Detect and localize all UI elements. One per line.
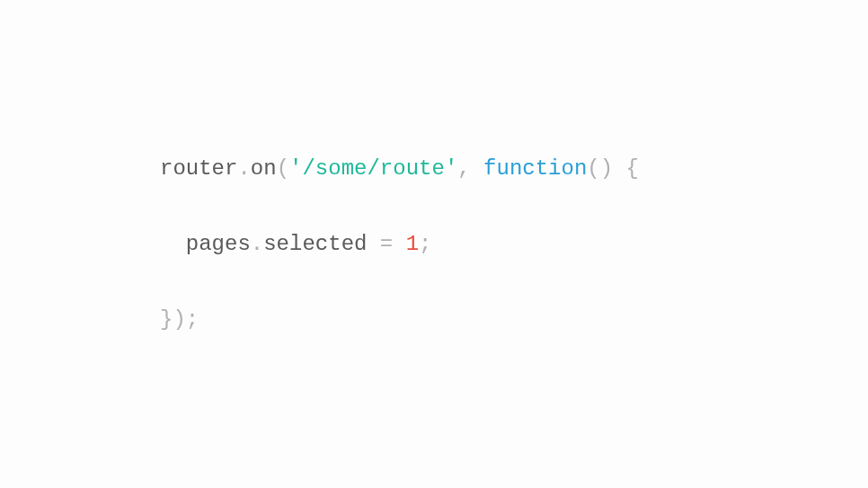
token-semicolon: ; (186, 307, 199, 332)
token-object: router (160, 156, 237, 181)
token-parens: () (587, 156, 613, 181)
token-dot: . (251, 232, 263, 256)
token-number: 1 (406, 232, 419, 256)
code-line-2: pages.selected = 1; (160, 226, 639, 263)
code-line-3: }); (160, 301, 639, 339)
token-property: selected (263, 232, 367, 256)
token-dot: . (237, 156, 250, 181)
token-method: on (251, 156, 277, 181)
token-assign: = (367, 232, 405, 256)
token-keyword: function (483, 156, 587, 181)
token-semicolon: ; (419, 232, 431, 256)
token-object: pages (186, 232, 251, 256)
token-paren-close: ) (173, 307, 185, 332)
token-string: '/some/route' (289, 156, 457, 181)
token-brace-open: { (613, 156, 639, 181)
code-line-1: router.on('/some/route', function() { (160, 150, 639, 188)
code-snippet: router.on('/some/route', function() { pa… (0, 112, 639, 377)
token-brace-close: } (160, 307, 173, 332)
token-comma: , (457, 156, 483, 181)
token-paren-open: ( (277, 156, 289, 181)
